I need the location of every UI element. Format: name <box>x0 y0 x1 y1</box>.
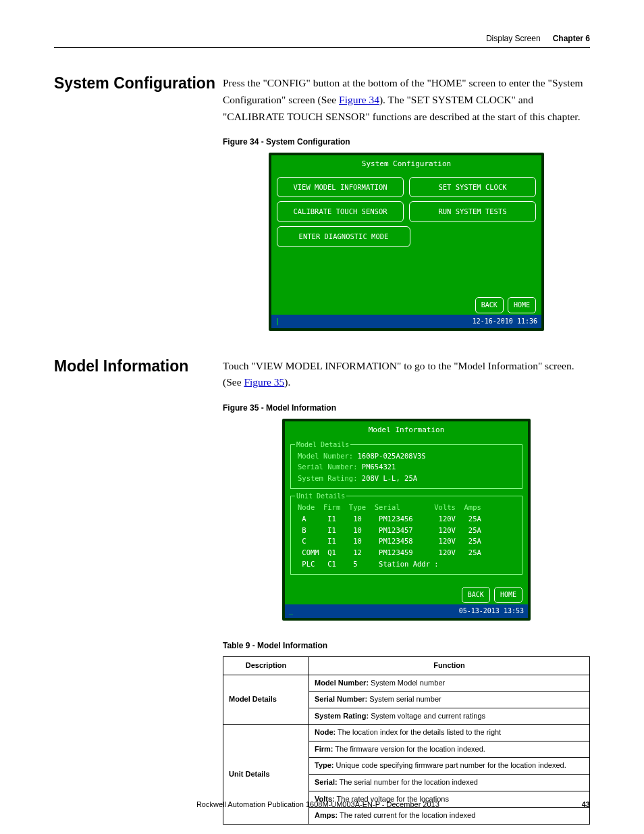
status-marker: _ <box>289 606 293 617</box>
table-header-fn: Function <box>309 656 590 675</box>
table-rowhead: Unit Details <box>223 725 309 825</box>
header-section: Display Screen <box>486 34 541 43</box>
table-fn-cell: Firm: The firmware version for the locat… <box>309 741 590 758</box>
calibrate-touch-button[interactable]: CALIBRATE TOUCH SENSOR <box>277 201 404 222</box>
set-system-clock-button[interactable]: SET SYSTEM CLOCK <box>409 177 536 198</box>
page-number: 43 <box>582 800 590 808</box>
status-datetime: 12-16-2010 11:36 <box>473 316 537 327</box>
hmi-sysconfig-screen: System Configuration VIEW MODEL INFORMAT… <box>269 153 544 331</box>
table-9-caption: Table 9 - Model Information <box>223 640 590 652</box>
model-number-line: Model Number: 1608P-025A208V3S <box>298 450 515 462</box>
table-fn-cell: System Rating: System voltage and curren… <box>309 708 590 725</box>
status-marker: | <box>275 316 279 327</box>
unit-details-table: Node Firm Type Serial Volts Amps A I1 10… <box>298 502 515 570</box>
sysconfig-paragraph: Press the "CONFIG" button at the bottom … <box>223 75 590 125</box>
back-button[interactable]: BACK <box>462 587 490 603</box>
table-9: Description Function Model DetailsModel … <box>223 656 590 825</box>
group-legend: Model Details <box>295 440 350 450</box>
table-fn-cell: Serial Number: System serial number <box>309 692 590 708</box>
home-button[interactable]: HOME <box>508 297 536 313</box>
section-title-sysconfig: System Configuration <box>54 75 223 331</box>
unit-data-row: COMM Q1 12 PM123459 120V 25A <box>298 547 515 558</box>
unit-data-row: PLC C1 5 Station Addr : <box>298 558 515 570</box>
hmi-status-bar: _ 05-13-2013 13:53 <box>285 604 528 618</box>
enter-diagnostic-button[interactable]: ENTER DIAGNOSTIC MODE <box>277 226 410 247</box>
back-button[interactable]: BACK <box>475 297 504 313</box>
unit-details-group: Unit Details Node Firm Type Serial Volts… <box>290 496 522 575</box>
table-fn-cell: Node: The location index for the details… <box>309 725 590 741</box>
figure-34-caption: Figure 34 - System Configuration <box>223 136 590 149</box>
figure-35-caption: Figure 35 - Model Information <box>223 402 590 415</box>
run-system-tests-button[interactable]: RUN SYSTEM TESTS <box>409 201 536 222</box>
hmi-modelinfo-screen: Model Information Model Details Model Nu… <box>282 419 531 621</box>
hmi-title: Model Information <box>285 421 528 440</box>
publication-text: Rockwell Automation Publication 1608M-UM… <box>196 800 439 808</box>
table-fn-cell: Model Number: System Model number <box>309 675 590 692</box>
unit-data-row: A I1 10 PM123456 120V 25A <box>298 513 515 525</box>
table-fn-cell: Amps: The rated current for the location… <box>309 808 590 825</box>
home-button[interactable]: HOME <box>494 587 522 603</box>
page-header: Display Screen Chapter 6 <box>54 34 590 48</box>
view-model-info-button[interactable]: VIEW MODEL INFORMATION <box>277 177 404 198</box>
system-rating-line: System Rating: 208V L-L, 25A <box>298 473 515 484</box>
unit-data-row: B I1 10 PM123457 120V 25A <box>298 525 515 536</box>
unit-data-row: C I1 10 PM123458 120V 25A <box>298 536 515 547</box>
table-header-desc: Description <box>223 656 309 675</box>
serial-number-line: Serial Number: PM654321 <box>298 461 515 473</box>
figure-34-link[interactable]: Figure 34 <box>339 94 379 105</box>
table-fn-cell: Type: Unique code specifying firmware pa… <box>309 758 590 775</box>
unit-header-row: Node Firm Type Serial Volts Amps <box>298 502 515 513</box>
hmi-title: System Configuration <box>271 155 541 174</box>
status-datetime: 05-13-2013 13:53 <box>459 606 524 617</box>
table-fn-cell: Serial: The serial number for the locati… <box>309 775 590 791</box>
page-footer: Rockwell Automation Publication 1608M-UM… <box>54 800 590 808</box>
figure-35-link[interactable]: Figure 35 <box>244 376 284 388</box>
section-title-modelinfo: Model Information <box>54 358 223 825</box>
hmi-status-bar: | 12-16-2010 11:36 <box>271 315 541 328</box>
group-legend: Unit Details <box>295 491 346 502</box>
modelinfo-paragraph: Touch "VIEW MODEL INFORMATION" to go to … <box>223 358 590 392</box>
modelinfo-text-b: ). <box>284 376 290 388</box>
model-details-group: Model Details Model Number: 1608P-025A20… <box>290 444 522 489</box>
table-rowhead: Model Details <box>223 675 309 725</box>
header-chapter: Chapter 6 <box>553 34 590 43</box>
